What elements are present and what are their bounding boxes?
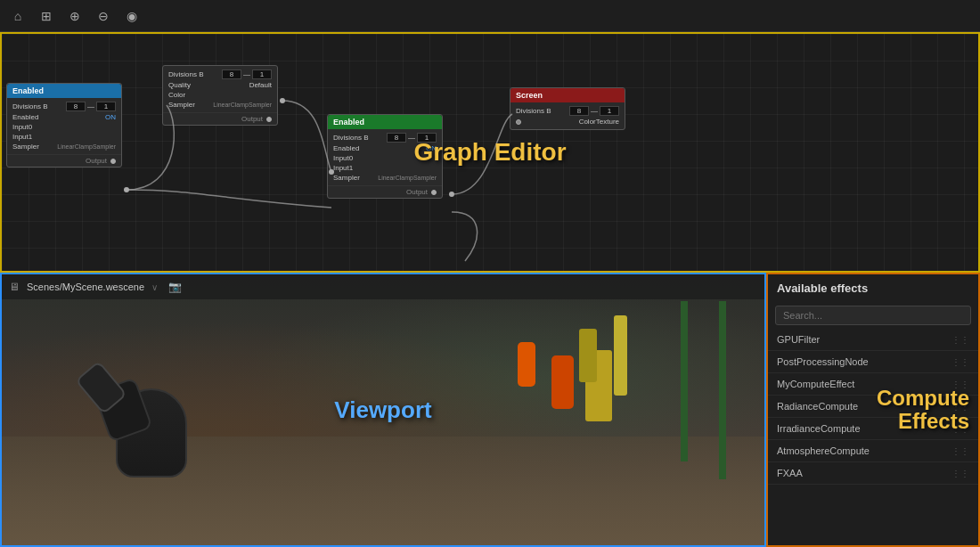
node-body-3: Divisions B8—1 EnabledON Input0 Input1 S… — [328, 129, 442, 185]
node-enabled-1[interactable]: Enabled Divisions B8—1 EnabledON Input0 … — [6, 83, 122, 167]
monitor-icon: 🖥 — [9, 281, 20, 293]
viewport[interactable]: 🖥 Scenes/MyScene.wescene ∨ 📷 — [0, 273, 766, 547]
zoom-in-icon[interactable]: ⊕ — [66, 7, 84, 25]
main-area: Enabled Divisions B8—1 EnabledON Input0 … — [0, 32, 980, 547]
drag-handle-0: ⋮⋮ — [951, 335, 969, 345]
effects-search-input[interactable] — [775, 306, 971, 325]
effect-name-1: PostProcessingNode — [777, 356, 869, 367]
node-header-3: Enabled — [328, 115, 442, 129]
effects-list: GPUFilter⋮⋮PostProcessingNode⋮⋮MyCompute… — [768, 329, 978, 545]
svg-point-3 — [449, 192, 454, 197]
toolbar: ⌂ ⊞ ⊕ ⊖ ◉ — [0, 0, 980, 32]
effect-item-atmospherecompute[interactable]: AtmosphereCompute⋮⋮ — [768, 440, 978, 462]
home-icon[interactable]: ⌂ — [9, 7, 27, 25]
node-body-screen: Divisions B8—1 ColorTexture — [510, 102, 625, 129]
connections-svg — [2, 34, 978, 271]
effects-panel-header: Available effects — [768, 274, 978, 302]
drag-handle-2: ⋮⋮ — [951, 380, 969, 389]
eye-icon[interactable]: ◉ — [123, 7, 141, 25]
effect-item-radiancecompute[interactable]: RadianceCompute⋮⋮ — [768, 396, 978, 418]
effect-item-mycomputeeffect[interactable]: MyComputeEffect⋮⋮ — [768, 373, 978, 396]
effect-name-6: FXAA — [777, 468, 803, 478]
effect-name-3: RadianceCompute — [777, 401, 858, 412]
node-enabled-3[interactable]: Enabled Divisions B8—1 EnabledON Input0 … — [327, 114, 443, 199]
bottom-area: 🖥 Scenes/MyScene.wescene ∨ 📷 — [0, 273, 980, 547]
svg-point-0 — [124, 187, 129, 192]
zoom-out-icon[interactable]: ⊖ — [94, 7, 112, 25]
effect-item-fxaa[interactable]: FXAA⋮⋮ — [768, 462, 978, 485]
node-screen[interactable]: Screen Divisions B8—1 ColorTexture — [510, 87, 625, 130]
effect-item-gpufilter[interactable]: GPUFilter⋮⋮ — [768, 329, 978, 351]
effect-item-postprocessingnode[interactable]: PostProcessingNode⋮⋮ — [768, 351, 978, 373]
effect-name-2: MyComputeEffect — [777, 379, 854, 389]
node-body-1: Divisions B8—1 EnabledON Input0 Input1 S… — [7, 98, 121, 154]
effect-item-irradiancecompute[interactable]: IrradianceCompute⋮⋮ — [768, 418, 978, 440]
node-body-2: Divisions B8—1 QualityDefault Color Samp… — [163, 66, 277, 112]
node-header-1: Enabled — [7, 84, 121, 98]
graph-editor[interactable]: Enabled Divisions B8—1 EnabledON Input0 … — [0, 32, 980, 273]
effect-name-4: IrradianceCompute — [777, 423, 861, 434]
camera-icon: 📷 — [168, 281, 182, 293]
grid-icon[interactable]: ⊞ — [37, 7, 55, 25]
effect-name-0: GPUFilter — [777, 334, 820, 345]
viewport-toolbar: 🖥 Scenes/MyScene.wescene ∨ 📷 — [2, 274, 764, 299]
effects-panel: Available effects GPUFilter⋮⋮PostProcess… — [766, 273, 980, 547]
scene-path-label: Scenes/MyScene.wescene — [27, 282, 144, 292]
drag-handle-3: ⋮⋮ — [951, 402, 969, 412]
drag-handle-6: ⋮⋮ — [951, 469, 969, 478]
viewport-scene — [2, 274, 764, 545]
drag-handle-1: ⋮⋮ — [951, 357, 969, 367]
svg-point-1 — [280, 98, 285, 103]
node-2[interactable]: Divisions B8—1 QualityDefault Color Samp… — [162, 65, 278, 126]
effect-name-5: AtmosphereCompute — [777, 445, 870, 456]
node-header-screen: Screen — [510, 88, 625, 102]
drag-handle-4: ⋮⋮ — [951, 424, 969, 434]
drag-handle-5: ⋮⋮ — [951, 446, 969, 456]
